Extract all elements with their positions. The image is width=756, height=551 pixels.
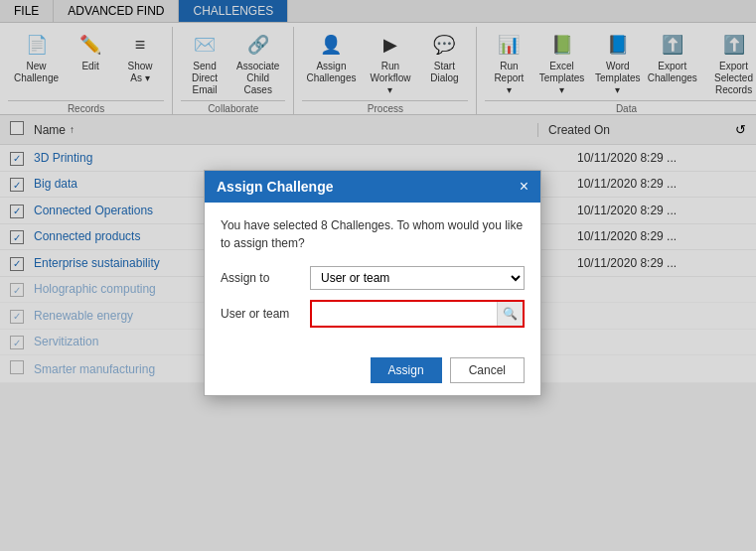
assign-button[interactable]: Assign [371, 357, 442, 383]
user-or-team-value: 🔍 [310, 300, 525, 328]
user-or-team-input-wrap: 🔍 [310, 300, 525, 328]
modal-overlay: Assign Challenge × You have selected 8 C… [0, 0, 756, 551]
assign-to-label: Assign to [221, 271, 310, 285]
cancel-button[interactable]: Cancel [450, 357, 525, 383]
modal-title: Assign Challenge [217, 179, 333, 195]
user-or-team-input[interactable] [312, 304, 497, 324]
modal-title-bar: Assign Challenge × [205, 171, 540, 203]
modal-body: You have selected 8 Challenges. To whom … [205, 203, 540, 347]
user-or-team-label: User or team [221, 307, 310, 321]
modal-close-button[interactable]: × [520, 179, 529, 195]
user-or-team-search-button[interactable]: 🔍 [497, 302, 523, 326]
user-or-team-field: User or team 🔍 [221, 300, 525, 328]
assign-to-value: User or team [310, 266, 525, 290]
search-icon: 🔍 [503, 307, 518, 321]
assign-to-field: Assign to User or team [221, 266, 525, 290]
assign-to-select[interactable]: User or team [310, 266, 525, 290]
modal-description: You have selected 8 Challenges. To whom … [221, 216, 525, 252]
assign-challenge-modal: Assign Challenge × You have selected 8 C… [204, 170, 541, 396]
modal-footer: Assign Cancel [205, 347, 540, 395]
